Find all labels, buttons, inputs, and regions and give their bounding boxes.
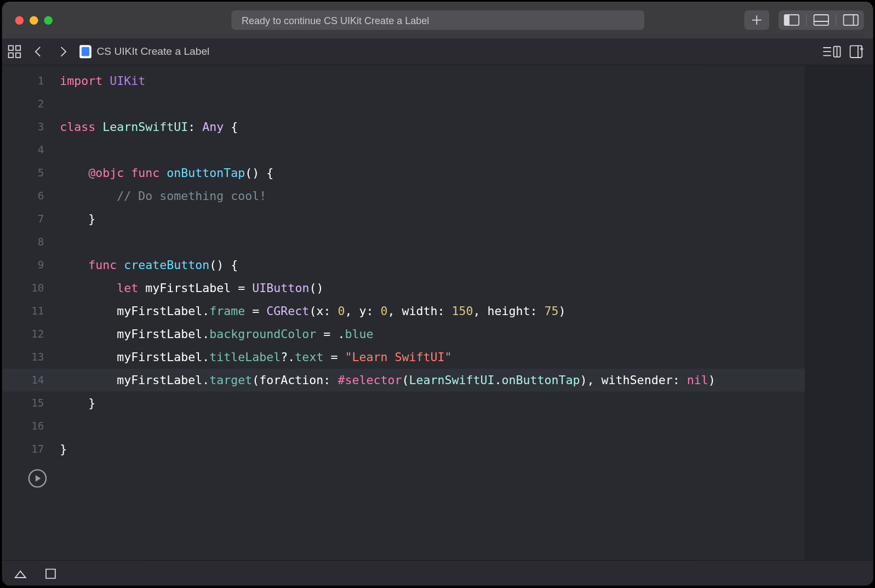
code-line[interactable]: } <box>53 208 805 231</box>
code-line[interactable] <box>53 93 805 116</box>
code-line[interactable]: // Do something cool! <box>53 185 805 208</box>
code-line[interactable]: let myFirstLabel = UIButton() <box>53 277 805 300</box>
toggle-debug-area-button[interactable] <box>14 568 27 579</box>
svg-rect-7 <box>16 53 20 58</box>
window-controls <box>15 16 53 25</box>
svg-rect-6 <box>9 53 13 58</box>
plus-icon <box>750 13 764 27</box>
chevron-right-icon <box>59 45 68 58</box>
right-panel-icon <box>843 14 859 26</box>
line-number: 6 <box>2 185 54 208</box>
line-number: 8 <box>2 231 54 254</box>
svg-rect-4 <box>9 45 13 50</box>
bottom-panel-icon <box>813 14 829 26</box>
toggle-console-button[interactable] <box>45 568 56 579</box>
titlebar: Ready to continue CS UIKit Create a Labe… <box>2 2 873 38</box>
line-number: 12 <box>2 323 54 346</box>
code-line[interactable]: class LearnSwiftUI: Any { <box>53 116 805 139</box>
line-number: 9 <box>2 254 54 277</box>
debug-triangle-icon <box>14 568 27 579</box>
svg-rect-10 <box>46 569 55 579</box>
code-line[interactable]: myFirstLabel.titleLabel?.text = "Learn S… <box>53 346 805 369</box>
debug-bar <box>2 560 873 586</box>
line-gutter: 1234567891011121314151617 <box>2 65 54 560</box>
svg-rect-2 <box>814 15 828 25</box>
line-number: 17 <box>2 438 54 461</box>
code-line[interactable]: myFirstLabel.frame = CGRect(x: 0, y: 0, … <box>53 300 805 323</box>
editor-area: 1234567891011121314151617 import UIKitcl… <box>2 65 873 560</box>
add-editor-icon <box>849 45 863 58</box>
add-editor-button[interactable] <box>849 45 863 58</box>
separator <box>836 14 836 26</box>
square-icon <box>45 568 56 579</box>
line-number: 7 <box>2 208 54 231</box>
grid-icon <box>7 44 21 59</box>
file-name-label: CS UIKIt Create a Label <box>96 45 209 58</box>
line-number: 2 <box>2 93 54 116</box>
code-line[interactable]: } <box>53 438 805 461</box>
editor-options-button[interactable] <box>822 45 842 58</box>
code-line[interactable]: } <box>53 392 805 415</box>
code-line[interactable]: myFirstLabel.backgroundColor = .blue <box>53 323 805 346</box>
minimap[interactable] <box>805 65 873 560</box>
left-panel-icon <box>784 14 799 26</box>
code-line[interactable] <box>53 231 805 254</box>
editor-layout-group <box>779 10 864 30</box>
line-number: 15 <box>2 392 54 415</box>
line-number: 4 <box>2 139 54 162</box>
jump-bar: CS UIKIt Create a Label <box>2 38 873 65</box>
code-line[interactable]: func createButton() { <box>53 254 805 277</box>
svg-rect-1 <box>785 15 789 25</box>
standard-editor-button[interactable] <box>784 14 799 26</box>
jump-bar-file[interactable]: CS UIKIt Create a Label <box>79 45 209 58</box>
code-line[interactable]: @objc func onButtonTap() { <box>53 162 805 185</box>
nav-forward-button[interactable] <box>55 43 72 60</box>
assistant-editor-button[interactable] <box>843 14 859 26</box>
line-number: 16 <box>2 415 54 438</box>
separator <box>806 14 807 26</box>
line-number: 13 <box>2 346 54 369</box>
line-number: 10 <box>2 277 54 300</box>
line-number: 11 <box>2 300 54 323</box>
run-playground-button[interactable] <box>28 469 47 488</box>
activity-status-text: Ready to continue CS UIKit Create a Labe… <box>242 14 429 25</box>
nav-back-button[interactable] <box>30 43 47 60</box>
line-number: 1 <box>2 70 54 93</box>
close-window-button[interactable] <box>15 16 24 25</box>
chevron-left-icon <box>33 45 43 58</box>
code-editor[interactable]: import UIKitclass LearnSwiftUI: Any { @o… <box>53 65 805 560</box>
xcode-window: Ready to continue CS UIKit Create a Labe… <box>2 2 873 586</box>
code-line[interactable] <box>53 139 805 162</box>
line-number: 5 <box>2 162 54 185</box>
add-library-button[interactable] <box>744 10 769 30</box>
zoom-window-button[interactable] <box>44 16 53 25</box>
activity-status-pill[interactable]: Ready to continue CS UIKit Create a Labe… <box>231 10 644 30</box>
canvas-editor-button[interactable] <box>813 14 829 26</box>
related-items-button[interactable] <box>7 44 21 59</box>
swift-file-icon <box>79 45 91 58</box>
svg-rect-9 <box>850 45 862 58</box>
code-line[interactable]: import UIKit <box>53 70 805 93</box>
svg-rect-5 <box>16 45 20 50</box>
svg-rect-3 <box>844 15 858 25</box>
code-line[interactable] <box>53 415 805 438</box>
editor-options-icon <box>822 45 842 58</box>
minimize-window-button[interactable] <box>30 16 38 25</box>
line-number: 3 <box>2 116 54 139</box>
line-number: 14 <box>2 369 54 392</box>
